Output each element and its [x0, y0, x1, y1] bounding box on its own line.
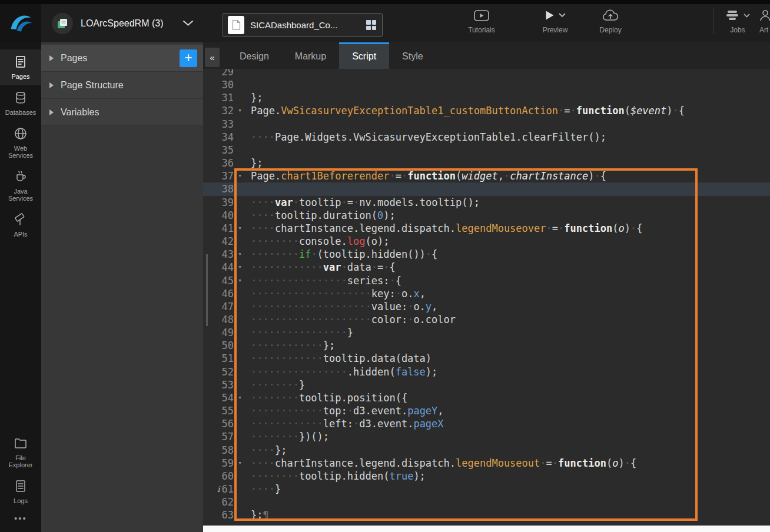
code-line-57[interactable]: 57········})();	[203, 430, 770, 443]
sidebar-item-more[interactable]: •••	[0, 510, 41, 527]
fold-gutter	[234, 209, 246, 222]
tab-script[interactable]: Script	[339, 42, 389, 69]
code-line-42[interactable]: 42········console.log(o);	[203, 235, 770, 248]
fold-arrow-icon[interactable]: ▾	[234, 391, 246, 404]
fold-arrow-icon[interactable]: ▾	[234, 261, 246, 274]
line-number: 36	[203, 157, 234, 169]
code-line-35[interactable]: 35	[203, 144, 770, 157]
code-line-46[interactable]: 46····················key:·o.x,	[203, 287, 770, 300]
collapse-panel-button[interactable]: «	[205, 48, 220, 67]
jobs-button[interactable]: Jobs	[719, 9, 756, 34]
fold-arrow-icon[interactable]: ▾	[234, 222, 246, 235]
code-line-53[interactable]: 53········}	[203, 378, 770, 391]
code-line-58[interactable]: 58····};	[203, 444, 770, 457]
fold-gutter	[234, 235, 246, 248]
code-line-52[interactable]: 52················.hidden(false);	[203, 365, 770, 378]
expander-triangle-icon[interactable]	[49, 55, 54, 61]
panel-section-label: Page Structure	[61, 80, 124, 91]
artifacts-button[interactable]: Art	[755, 9, 770, 34]
code-text: };¶	[246, 508, 770, 521]
fold-arrow-icon[interactable]: ▾	[234, 169, 246, 182]
code-line-31[interactable]: 31};	[203, 91, 770, 104]
project-chevron-down-icon[interactable]	[182, 20, 194, 26]
tab-markup[interactable]: Markup	[282, 42, 339, 69]
code-line-41[interactable]: 41▾····chartInstance.legend.dispatch.leg…	[203, 222, 770, 235]
expander-triangle-icon[interactable]	[49, 82, 54, 88]
code-line-32[interactable]: 32▾Page.VwSicasurveyExceptionTable1_cust…	[203, 104, 770, 117]
fold-arrow-icon[interactable]: ▾	[234, 104, 246, 117]
code-line-33[interactable]: 33	[203, 118, 770, 131]
preview-chevron-down-icon[interactable]	[559, 13, 566, 18]
code-line-38[interactable]: 38	[203, 182, 770, 195]
wavemaker-logo[interactable]	[0, 4, 41, 42]
sidebar-item-label: Logs	[3, 497, 38, 504]
sidebar-item-java-services[interactable]: Java Services	[0, 164, 41, 207]
panel-section-variables[interactable]: Variables	[41, 99, 203, 126]
left-nav-top-group: PagesDatabasesWeb ServicesJava ServicesA…	[0, 49, 41, 243]
fold-arrow-icon[interactable]: ▾	[234, 457, 246, 470]
artifacts-label: Art	[759, 26, 768, 34]
deploy-button[interactable]: Deploy	[588, 9, 633, 34]
code-line-40[interactable]: 40····tooltip.duration(0);	[203, 209, 770, 222]
code-line-55[interactable]: 55············top:·d3.event.pageY,	[203, 404, 770, 417]
project-selector[interactable]: LOArcSpeedRM (3)	[52, 4, 194, 42]
sidebar-item-pages[interactable]: Pages	[0, 49, 41, 85]
panel-sections: Pages+Page StructureVariables	[41, 45, 203, 126]
sidebar-item-apis[interactable]: APIs	[0, 207, 41, 243]
open-page-tab[interactable]: SICADashboard_Co...	[223, 13, 383, 37]
code-line-50[interactable]: 50············};	[203, 339, 770, 352]
code-line-63[interactable]: 63};¶	[203, 508, 770, 521]
panel-section-label: Variables	[61, 107, 99, 118]
sidebar-item-file-explorer[interactable]: File Explorer	[0, 431, 41, 474]
code-text: ····chartInstance.legend.dispatch.legend…	[246, 222, 770, 235]
expander-triangle-icon[interactable]	[49, 109, 54, 115]
code-line-44[interactable]: 44▾············var·data·=·{	[203, 261, 770, 274]
panel-scrollbar[interactable]	[206, 254, 208, 326]
fold-arrow-icon[interactable]: ▾	[234, 274, 246, 287]
editor-tabstrip: « DesignMarkupScriptStyle	[203, 42, 770, 69]
code-line-48[interactable]: 48····················color:·o.color	[203, 313, 770, 326]
gutter-info-icon[interactable]: i	[217, 483, 220, 496]
code-line-49[interactable]: 49················}	[203, 326, 770, 339]
script-editor[interactable]: 293031};32▾Page.VwSicasurveyExceptionTab…	[203, 69, 770, 526]
tab-design[interactable]: Design	[227, 42, 282, 69]
code-line-59[interactable]: 59▾····chartInstance.legend.dispatch.leg…	[203, 457, 770, 470]
fold-arrow-icon[interactable]: ▾	[234, 248, 246, 261]
code-line-37[interactable]: 37▾Page.chart1Beforerender·=·function(wi…	[203, 169, 770, 182]
fold-gutter	[234, 470, 246, 483]
panel-section-pages[interactable]: Pages+	[41, 45, 203, 72]
code-line-51[interactable]: 51············tooltip.data(data)	[203, 352, 770, 365]
fold-gutter	[234, 118, 246, 131]
tutorials-button[interactable]: Tutorials	[459, 9, 504, 34]
code-line-36[interactable]: 36};	[203, 157, 770, 169]
add-page-button[interactable]: +	[180, 49, 197, 67]
code-line-39[interactable]: 39····var·tooltip·=·nv.models.tooltip();	[203, 196, 770, 209]
code-line-29[interactable]: 29	[203, 69, 770, 78]
code-text	[246, 118, 770, 131]
tutorials-video-icon	[474, 9, 489, 22]
sidebar-item-web-services[interactable]: Web Services	[0, 121, 41, 164]
code-line-61[interactable]: i61····}	[203, 483, 770, 496]
fold-gutter	[234, 313, 246, 326]
code-line-34[interactable]: 34····Page.Widgets.VwSicasurveyException…	[203, 131, 770, 144]
code-text: };	[246, 91, 770, 104]
tab-style[interactable]: Style	[389, 42, 436, 69]
panel-section-page-structure[interactable]: Page Structure	[41, 72, 203, 99]
code-line-47[interactable]: 47····················value:·o.y,	[203, 300, 770, 313]
code-text	[246, 78, 770, 91]
wavemaker-logo-icon	[8, 11, 34, 36]
code-line-43[interactable]: 43▾········if·(tooltip.hidden())·{	[203, 248, 770, 261]
sidebar-item-databases[interactable]: Databases	[0, 85, 41, 121]
fold-gutter	[234, 444, 246, 457]
code-line-30[interactable]: 30	[203, 78, 770, 91]
jobs-chevron-down-icon[interactable]	[744, 14, 750, 18]
code-line-56[interactable]: 56············left:·d3.event.pageX	[203, 417, 770, 430]
sidebar-item-logs[interactable]: Logs	[0, 474, 41, 510]
page-layout-grid-icon[interactable]	[366, 20, 376, 30]
code-line-62[interactable]: 62	[203, 496, 770, 508]
code-line-45[interactable]: 45▾················series:·{	[203, 274, 770, 287]
code-line-54[interactable]: 54▾········tooltip.position({	[203, 391, 770, 404]
preview-button[interactable]: Preview	[533, 9, 578, 34]
code-line-60[interactable]: 60········tooltip.hidden(true);	[203, 470, 770, 483]
project-avatar	[52, 13, 73, 34]
